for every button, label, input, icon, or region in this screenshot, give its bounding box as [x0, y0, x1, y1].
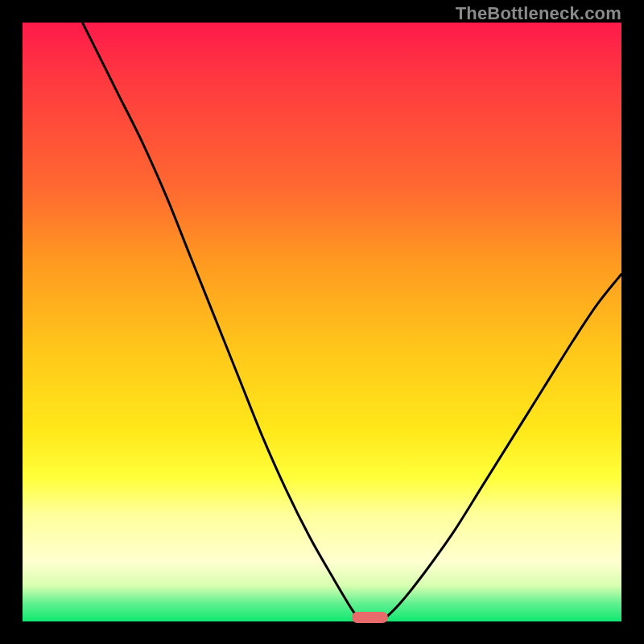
bottleneck-curve — [23, 23, 621, 621]
chart-frame — [23, 23, 621, 621]
curve-right-branch — [382, 275, 621, 622]
optimal-zone-marker — [352, 612, 388, 623]
watermark-text: TheBottleneck.com — [456, 3, 621, 24]
curve-left-branch — [82, 23, 361, 621]
